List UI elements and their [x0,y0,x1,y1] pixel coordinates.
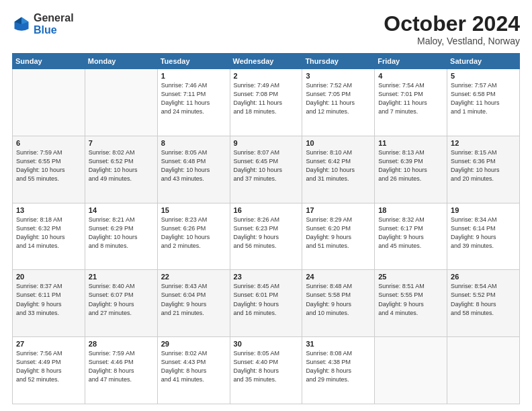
day-number-22: 22 [161,273,226,281]
day-number-5: 5 [451,72,516,80]
day-number-24: 24 [306,273,371,281]
day-info-3: Sunrise: 7:52 AM Sunset: 7:05 PM Dayligh… [306,81,371,116]
cell-w3-d3: 15Sunrise: 8:23 AM Sunset: 6:26 PM Dayli… [157,203,230,270]
day-info-14: Sunrise: 8:21 AM Sunset: 6:29 PM Dayligh… [89,216,154,250]
logo: General Blue [12,12,74,36]
logo-general: General [34,12,74,24]
cell-w3-d5: 17Sunrise: 8:29 AM Sunset: 6:20 PM Dayli… [302,203,375,270]
day-number-23: 23 [234,273,299,281]
day-info-27: Sunrise: 7:56 AM Sunset: 4:49 PM Dayligh… [16,349,81,384]
week-row-2: 6Sunrise: 7:59 AM Sunset: 6:55 PM Daylig… [13,136,520,203]
day-number-15: 15 [161,206,226,214]
cell-w4-d6: 25Sunrise: 8:51 AM Sunset: 5:55 PM Dayli… [375,270,447,337]
day-number-12: 12 [451,139,516,147]
day-info-17: Sunrise: 8:29 AM Sunset: 6:20 PM Dayligh… [306,216,371,250]
day-info-18: Sunrise: 8:32 AM Sunset: 6:17 PM Dayligh… [378,216,443,250]
day-info-1: Sunrise: 7:46 AM Sunset: 7:11 PM Dayligh… [161,81,226,116]
cell-w2-d1: 6Sunrise: 7:59 AM Sunset: 6:55 PM Daylig… [13,136,85,203]
cell-w3-d6: 18Sunrise: 8:32 AM Sunset: 6:17 PM Dayli… [375,203,447,270]
day-info-31: Sunrise: 8:08 AM Sunset: 4:38 PM Dayligh… [306,349,371,384]
day-info-2: Sunrise: 7:49 AM Sunset: 7:08 PM Dayligh… [234,81,299,116]
day-number-6: 6 [16,139,81,147]
day-info-23: Sunrise: 8:45 AM Sunset: 6:01 PM Dayligh… [234,282,299,317]
day-number-7: 7 [89,139,154,147]
day-number-8: 8 [161,139,226,147]
cell-w5-d1: 27Sunrise: 7:56 AM Sunset: 4:49 PM Dayli… [13,337,85,404]
calendar-title: October 2024 [384,12,520,36]
cell-w2-d5: 10Sunrise: 8:10 AM Sunset: 6:42 PM Dayli… [302,136,375,203]
week-row-1: 1Sunrise: 7:46 AM Sunset: 7:11 PM Daylig… [13,69,520,136]
header: General Blue October 2024 Maloy, Vestlan… [12,12,520,46]
cell-w5-d6 [375,337,447,404]
title-block: October 2024 Maloy, Vestland, Norway [384,12,520,46]
week-row-5: 27Sunrise: 7:56 AM Sunset: 4:49 PM Dayli… [13,337,520,404]
cell-w1-d5: 3Sunrise: 7:52 AM Sunset: 7:05 PM Daylig… [302,69,375,136]
day-number-3: 3 [306,72,371,80]
cell-w4-d1: 20Sunrise: 8:37 AM Sunset: 6:11 PM Dayli… [13,270,85,337]
day-number-2: 2 [234,72,299,80]
day-number-21: 21 [89,273,154,281]
day-info-21: Sunrise: 8:40 AM Sunset: 6:07 PM Dayligh… [89,282,154,317]
day-number-26: 26 [451,273,516,281]
day-number-27: 27 [16,340,81,348]
logo-text: General Blue [34,12,74,36]
day-number-17: 17 [306,206,371,214]
day-info-7: Sunrise: 8:02 AM Sunset: 6:52 PM Dayligh… [89,148,154,183]
logo-blue: Blue [34,24,74,36]
cell-w1-d6: 4Sunrise: 7:54 AM Sunset: 7:01 PM Daylig… [375,69,447,136]
cell-w4-d3: 22Sunrise: 8:43 AM Sunset: 6:04 PM Dayli… [157,270,230,337]
cell-w4-d7: 26Sunrise: 8:54 AM Sunset: 5:52 PM Dayli… [447,270,520,337]
page: General Blue October 2024 Maloy, Vestlan… [0,0,532,411]
col-sunday: Sunday [13,54,85,69]
logo-icon [12,15,31,34]
col-wednesday: Wednesday [230,54,302,69]
day-number-16: 16 [234,206,299,214]
day-number-30: 30 [234,340,299,348]
cell-w2-d2: 7Sunrise: 8:02 AM Sunset: 6:52 PM Daylig… [85,136,157,203]
cell-w3-d7: 19Sunrise: 8:34 AM Sunset: 6:14 PM Dayli… [447,203,520,270]
cell-w2-d7: 12Sunrise: 8:15 AM Sunset: 6:36 PM Dayli… [447,136,520,203]
day-info-26: Sunrise: 8:54 AM Sunset: 5:52 PM Dayligh… [451,282,516,317]
cell-w2-d6: 11Sunrise: 8:13 AM Sunset: 6:39 PM Dayli… [375,136,447,203]
day-info-16: Sunrise: 8:26 AM Sunset: 6:23 PM Dayligh… [234,216,299,250]
day-number-29: 29 [161,340,226,348]
day-info-29: Sunrise: 8:02 AM Sunset: 4:43 PM Dayligh… [161,349,226,384]
day-number-10: 10 [306,139,371,147]
cell-w3-d2: 14Sunrise: 8:21 AM Sunset: 6:29 PM Dayli… [85,203,157,270]
day-info-10: Sunrise: 8:10 AM Sunset: 6:42 PM Dayligh… [306,148,371,183]
day-info-20: Sunrise: 8:37 AM Sunset: 6:11 PM Dayligh… [16,282,81,317]
cell-w4-d5: 24Sunrise: 8:48 AM Sunset: 5:58 PM Dayli… [302,270,375,337]
cell-w1-d2 [85,69,157,136]
day-number-11: 11 [378,139,443,147]
week-row-4: 20Sunrise: 8:37 AM Sunset: 6:11 PM Dayli… [13,270,520,337]
day-info-11: Sunrise: 8:13 AM Sunset: 6:39 PM Dayligh… [378,148,443,183]
day-number-1: 1 [161,72,226,80]
header-row: Sunday Monday Tuesday Wednesday Thursday… [13,54,520,69]
col-tuesday: Tuesday [157,54,230,69]
cell-w5-d2: 28Sunrise: 7:59 AM Sunset: 4:46 PM Dayli… [85,337,157,404]
cell-w1-d1 [13,69,85,136]
day-number-18: 18 [378,206,443,214]
col-saturday: Saturday [447,54,520,69]
day-info-22: Sunrise: 8:43 AM Sunset: 6:04 PM Dayligh… [161,282,226,317]
day-info-15: Sunrise: 8:23 AM Sunset: 6:26 PM Dayligh… [161,216,226,250]
day-info-4: Sunrise: 7:54 AM Sunset: 7:01 PM Dayligh… [378,81,443,116]
cell-w2-d4: 9Sunrise: 8:07 AM Sunset: 6:45 PM Daylig… [230,136,302,203]
cell-w5-d7 [447,337,520,404]
cell-w5-d4: 30Sunrise: 8:05 AM Sunset: 4:40 PM Dayli… [230,337,302,404]
day-info-8: Sunrise: 8:05 AM Sunset: 6:48 PM Dayligh… [161,148,226,183]
day-number-4: 4 [378,72,443,80]
day-number-19: 19 [451,206,516,214]
day-number-25: 25 [378,273,443,281]
cell-w4-d2: 21Sunrise: 8:40 AM Sunset: 6:07 PM Dayli… [85,270,157,337]
col-friday: Friday [375,54,447,69]
cell-w5-d5: 31Sunrise: 8:08 AM Sunset: 4:38 PM Dayli… [302,337,375,404]
cell-w1-d7: 5Sunrise: 7:57 AM Sunset: 6:58 PM Daylig… [447,69,520,136]
cell-w5-d3: 29Sunrise: 8:02 AM Sunset: 4:43 PM Dayli… [157,337,230,404]
cell-w3-d4: 16Sunrise: 8:26 AM Sunset: 6:23 PM Dayli… [230,203,302,270]
calendar-subtitle: Maloy, Vestland, Norway [384,36,520,46]
day-info-12: Sunrise: 8:15 AM Sunset: 6:36 PM Dayligh… [451,148,516,183]
day-info-30: Sunrise: 8:05 AM Sunset: 4:40 PM Dayligh… [234,349,299,384]
col-monday: Monday [85,54,157,69]
cell-w1-d4: 2Sunrise: 7:49 AM Sunset: 7:08 PM Daylig… [230,69,302,136]
